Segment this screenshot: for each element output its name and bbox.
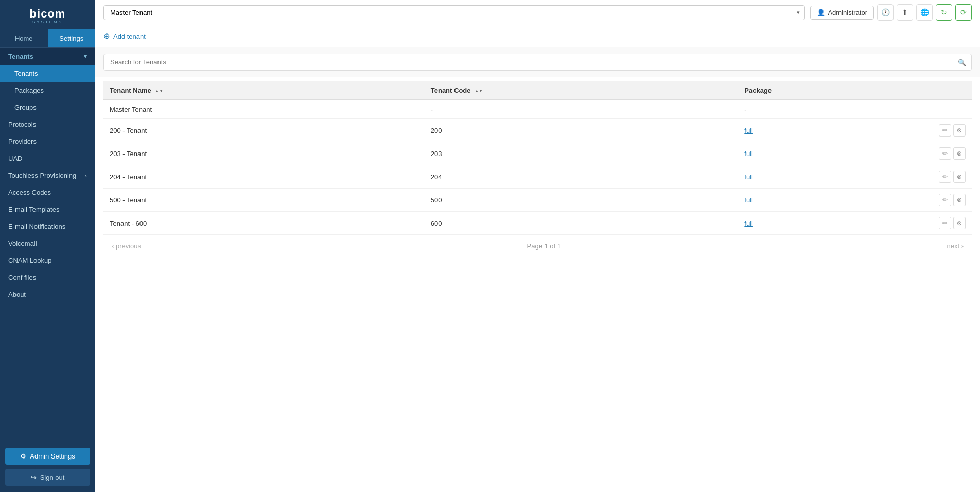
top-bar: Master Tenant ▾ 👤 Administrator 🕐 ⬆ 🌐 ↻ … — [95, 0, 980, 25]
cell-tenant-name: 200 - Tenant — [103, 119, 425, 142]
cell-tenant-name: Master Tenant — [103, 100, 425, 119]
tenants-table: Tenant Name ▲▼ Tenant Code ▲▼ Package — [103, 81, 972, 235]
cell-tenant-code: 200 — [425, 119, 739, 142]
edit-icon[interactable]: ✏ — [939, 124, 951, 137]
search-input[interactable] — [104, 54, 971, 70]
chevron-down-icon: ▾ — [84, 53, 87, 60]
tenant-select[interactable]: Master Tenant — [103, 5, 805, 20]
sign-out-button[interactable]: ↪ Sign out — [5, 469, 90, 486]
col-tenant-name: Tenant Name ▲▼ — [103, 81, 425, 100]
sidebar-item-touchless-provisioning[interactable]: Touchless Provisioning › — [0, 167, 95, 184]
delete-icon[interactable]: ⊗ — [953, 194, 966, 206]
sidebar-item-about[interactable]: About — [0, 286, 95, 303]
table-row: Master Tenant-- — [103, 100, 972, 119]
package-link[interactable]: full — [744, 127, 753, 134]
refresh-icon: ↻ — [941, 8, 947, 16]
content-area: ⊕ Add tenant 🔍 Tenant Name ▲▼ — [95, 25, 980, 492]
pagination-info: Page 1 of 1 — [527, 242, 562, 250]
cell-tenant-name: 204 - Tenant — [103, 165, 425, 189]
cell-tenant-name: 500 - Tenant — [103, 189, 425, 212]
col-tenant-code: Tenant Code ▲▼ — [425, 81, 739, 100]
cell-tenant-name: 203 - Tenant — [103, 142, 425, 165]
logo-sub: SYSTEMS — [30, 20, 66, 24]
sidebar-item-tenants[interactable]: Tenants — [0, 65, 95, 82]
clock-icon-btn[interactable]: 🕐 — [877, 4, 894, 21]
logo-area: bicom SYSTEMS — [0, 0, 95, 29]
package-link[interactable]: full — [744, 196, 753, 204]
pagination: ‹ previous Page 1 of 1 next › — [103, 235, 972, 257]
upload-icon: ⬆ — [902, 8, 908, 16]
add-tenant-button[interactable]: ⊕ Add tenant — [103, 31, 146, 41]
globe-icon: 🌐 — [920, 8, 929, 16]
admin-settings-button[interactable]: ⚙ Admin Settings — [5, 448, 90, 465]
delete-icon[interactable]: ⊗ — [953, 147, 966, 160]
package-link[interactable]: full — [744, 173, 753, 181]
cell-actions: ✏⊗ — [931, 119, 972, 142]
sidebar-item-packages[interactable]: Packages — [0, 82, 95, 99]
sidebar-item-access-codes[interactable]: Access Codes — [0, 184, 95, 201]
arrow-right-icon: › — [85, 173, 87, 179]
sidebar-item-groups[interactable]: Groups — [0, 99, 95, 116]
logo-text: bicom — [30, 7, 66, 21]
cell-tenant-code: 600 — [425, 212, 739, 235]
delete-icon[interactable]: ⊗ — [953, 217, 966, 229]
table-header-row: Tenant Name ▲▼ Tenant Code ▲▼ Package — [103, 81, 972, 100]
cell-actions: ✏⊗ — [931, 212, 972, 235]
cell-actions: ✏⊗ — [931, 189, 972, 212]
cell-tenant-code: 500 — [425, 189, 739, 212]
sort-icons-name[interactable]: ▲▼ — [155, 89, 163, 93]
cell-actions: ✏⊗ — [931, 142, 972, 165]
sidebar-item-email-notifications[interactable]: E-mail Notifications — [0, 218, 95, 235]
col-package: Package — [738, 81, 931, 100]
delete-icon[interactable]: ⊗ — [953, 124, 966, 137]
sync-icon: ⟳ — [960, 8, 967, 16]
pagination-prev[interactable]: ‹ previous — [112, 242, 141, 250]
table-row: 500 - Tenant500full✏⊗ — [103, 189, 972, 212]
cell-package: full — [738, 119, 931, 142]
table-row: 200 - Tenant200full✏⊗ — [103, 119, 972, 142]
gear-icon: ⚙ — [20, 452, 26, 460]
edit-icon[interactable]: ✏ — [939, 147, 951, 160]
sidebar-item-protocols[interactable]: Protocols — [0, 116, 95, 133]
cell-tenant-code: 203 — [425, 142, 739, 165]
package-link[interactable]: full — [744, 150, 753, 158]
user-icon: 👤 — [817, 9, 825, 16]
sync-icon-btn[interactable]: ⟳ — [955, 4, 972, 21]
cell-package: full — [738, 165, 931, 189]
cell-package: full — [738, 189, 931, 212]
sort-icons-code[interactable]: ▲▼ — [475, 89, 483, 93]
sidebar-bottom: ⚙ Admin Settings ↪ Sign out — [0, 442, 95, 492]
edit-icon[interactable]: ✏ — [939, 194, 951, 206]
refresh-icon-btn[interactable]: ↻ — [936, 4, 952, 21]
sidebar-item-cnam-lookup[interactable]: CNAM Lookup — [0, 252, 95, 269]
sidebar-item-uad[interactable]: UAD — [0, 150, 95, 167]
search-bar: 🔍 — [95, 47, 980, 77]
cell-actions — [931, 100, 972, 119]
sidebar-section-tenants[interactable]: Tenants ▾ — [0, 48, 95, 65]
cell-tenant-name: Tenant - 600 — [103, 212, 425, 235]
globe-icon-btn[interactable]: 🌐 — [916, 4, 933, 21]
upload-icon-btn[interactable]: ⬆ — [897, 4, 913, 21]
tab-home[interactable]: Home — [0, 29, 48, 47]
delete-icon[interactable]: ⊗ — [953, 171, 966, 183]
add-tenant-bar: ⊕ Add tenant — [95, 25, 980, 47]
pagination-next[interactable]: next › — [947, 242, 964, 250]
tenant-select-wrapper: Master Tenant ▾ — [103, 5, 805, 20]
sidebar-item-email-templates[interactable]: E-mail Templates — [0, 201, 95, 218]
sidebar-nav: Tenants ▾ Tenants Packages Groups Protoc… — [0, 48, 95, 303]
edit-icon[interactable]: ✏ — [939, 171, 951, 183]
sidebar-item-voicemail[interactable]: Voicemail — [0, 235, 95, 252]
table-row: 204 - Tenant204full✏⊗ — [103, 165, 972, 189]
cell-package: full — [738, 142, 931, 165]
sidebar-item-conf-files[interactable]: Conf files — [0, 269, 95, 286]
package-link[interactable]: full — [744, 219, 753, 227]
sidebar-item-providers[interactable]: Providers — [0, 133, 95, 150]
nav-tabs: Home Settings — [0, 29, 95, 48]
edit-icon[interactable]: ✏ — [939, 217, 951, 229]
cell-package: full — [738, 212, 931, 235]
tab-settings[interactable]: Settings — [48, 29, 96, 47]
clock-icon: 🕐 — [881, 8, 890, 16]
table-row: 203 - Tenant203full✏⊗ — [103, 142, 972, 165]
admin-badge: 👤 Administrator — [810, 6, 874, 20]
sidebar: bicom SYSTEMS Home Settings Tenants ▾ Te… — [0, 0, 95, 492]
